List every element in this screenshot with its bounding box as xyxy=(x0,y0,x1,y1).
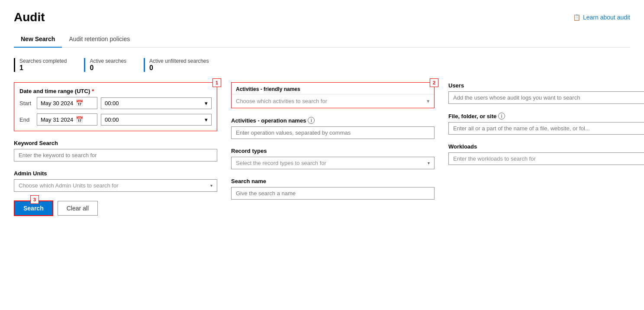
end-time-select[interactable]: 00:00 ▾ xyxy=(101,114,212,126)
admin-units-select[interactable]: Choose which Admin Units to search for ▾ xyxy=(14,179,217,192)
start-time-select[interactable]: 00:00 ▾ xyxy=(101,97,212,109)
stats-row: Searches completed 1 Active searches 0 A… xyxy=(14,58,630,72)
keyword-search-section: Keyword Search xyxy=(14,140,217,161)
search-name-label: Search name xyxy=(231,178,435,184)
file-folder-site-label: File, folder, or site i xyxy=(448,113,644,119)
step-badge-1: 1 xyxy=(213,78,221,87)
stat-active-searches: Active searches 0 xyxy=(84,58,126,72)
search-name-input[interactable] xyxy=(231,187,435,200)
tabs-bar: New Search Audit retention policies xyxy=(14,31,630,48)
record-types-chevron: ▾ xyxy=(428,161,430,165)
book-icon: 📋 xyxy=(573,14,580,21)
date-range-label: Date and time range (UTC) * xyxy=(19,88,212,94)
file-folder-site-info-icon[interactable]: i xyxy=(498,113,505,119)
column-1: 1 Date and time range (UTC) * Start May … xyxy=(14,82,217,216)
record-types-label: Record types xyxy=(231,148,435,154)
buttons-row: 3 Search Clear all xyxy=(14,200,217,216)
keyword-search-input[interactable] xyxy=(14,149,217,161)
record-types-select[interactable]: Select the record types to search for ▾ xyxy=(231,157,435,169)
activities-operation-input[interactable] xyxy=(231,126,435,139)
activities-friendly-chevron: ▾ xyxy=(427,98,430,104)
keyword-search-label: Keyword Search xyxy=(14,140,217,146)
start-date-row: Start May 30 2024 📅 00:00 ▾ xyxy=(19,97,212,109)
workloads-select[interactable]: Enter the workloads to search for ▾ xyxy=(448,152,644,165)
end-date-value: May 31 2024 xyxy=(41,116,73,123)
activities-operation-label: Activities - operation names i xyxy=(231,117,435,124)
users-input[interactable] xyxy=(448,91,644,104)
page-title: Audit xyxy=(14,10,45,24)
clear-all-button[interactable]: Clear all xyxy=(58,201,98,216)
step-badge-2: 2 xyxy=(430,78,438,87)
workloads-section: Workloads Enter the workloads to search … xyxy=(448,143,644,165)
admin-units-chevron: ▾ xyxy=(210,183,213,188)
column-3: Users File, folder, or site i Workloads … xyxy=(448,82,644,216)
tab-new-search[interactable]: New Search xyxy=(14,31,62,48)
chevron-down-icon-end: ▾ xyxy=(205,116,208,123)
activities-friendly-select[interactable]: Choose which activities to search for ▾ xyxy=(232,94,434,108)
calendar-icon-end: 📅 xyxy=(76,116,83,123)
activities-friendly-label: Activities - friendly names xyxy=(232,83,434,94)
users-section: Users xyxy=(448,82,644,104)
activities-operation-info-icon[interactable]: i xyxy=(308,117,315,124)
end-label: End xyxy=(19,116,33,123)
activities-operation-section: Activities - operation names i xyxy=(231,117,435,139)
learn-about-audit-link[interactable]: 📋 Learn about audit xyxy=(573,14,630,21)
file-folder-site-input[interactable] xyxy=(448,122,644,135)
page-header: Audit 📋 Learn about audit xyxy=(14,10,630,24)
users-label: Users xyxy=(448,82,644,89)
stat-searches-completed: Searches completed 1 xyxy=(14,58,67,72)
activities-friendly-section: 2 Activities - friendly names Choose whi… xyxy=(231,82,435,108)
activities-friendly-box: 2 Activities - friendly names Choose whi… xyxy=(231,82,435,108)
start-date-value: May 30 2024 xyxy=(41,100,73,107)
record-types-section: Record types Select the record types to … xyxy=(231,148,435,169)
column-2: 2 Activities - friendly names Choose whi… xyxy=(231,82,435,216)
search-name-section: Search name xyxy=(231,178,435,200)
form-grid: 1 Date and time range (UTC) * Start May … xyxy=(14,82,630,216)
stat-active-unfiltered: Active unfiltered searches 0 xyxy=(144,58,209,72)
admin-units-section: Admin Units Choose which Admin Units to … xyxy=(14,170,217,192)
step-badge-3: 3 xyxy=(30,195,39,204)
workloads-label: Workloads xyxy=(448,143,644,150)
file-folder-site-section: File, folder, or site i xyxy=(448,113,644,135)
chevron-down-icon: ▾ xyxy=(205,100,208,107)
end-date-row: End May 31 2024 📅 00:00 ▾ xyxy=(19,113,212,126)
admin-units-label: Admin Units xyxy=(14,170,217,177)
date-range-box: 1 Date and time range (UTC) * Start May … xyxy=(14,82,217,131)
date-range-section: 1 Date and time range (UTC) * Start May … xyxy=(14,82,217,131)
calendar-icon-start: 📅 xyxy=(76,100,83,107)
required-star: * xyxy=(92,88,94,94)
tab-retention-policies[interactable]: Audit retention policies xyxy=(62,31,137,48)
start-label: Start xyxy=(19,100,33,107)
end-date-input[interactable]: May 31 2024 📅 xyxy=(37,113,97,126)
start-date-input[interactable]: May 30 2024 📅 xyxy=(37,97,97,109)
